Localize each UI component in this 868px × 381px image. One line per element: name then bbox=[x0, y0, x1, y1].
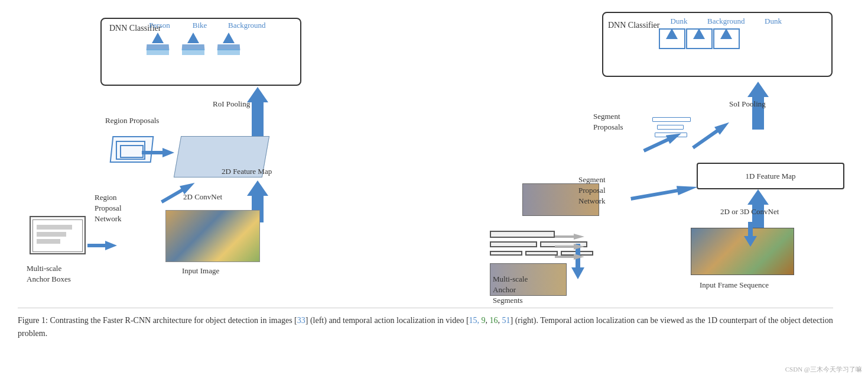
caption-ref4: 16 bbox=[490, 316, 498, 325]
spn-to-1dfm-arrow bbox=[630, 180, 700, 208]
main-container: DNN Classifier Person Bike Background bbox=[0, 0, 868, 381]
anchor-segs-label: Multi-scale Anchor Segments bbox=[493, 274, 528, 306]
rpn-label: Region Proposal Network bbox=[95, 192, 122, 225]
seg-bar-2 bbox=[657, 125, 684, 130]
arrow-block-r3 bbox=[720, 28, 732, 39]
up-arrow-2 bbox=[187, 33, 199, 43]
cat-background-r: Background bbox=[707, 17, 745, 26]
seg-proposals-label: Segment Proposals bbox=[593, 111, 623, 133]
feat-rect-3b bbox=[217, 49, 240, 55]
caption-ref2: 15, bbox=[469, 316, 480, 325]
region-proposals-label: Region Proposals bbox=[105, 115, 159, 126]
dnn-arrows-right bbox=[666, 28, 732, 39]
gray-arrow-3 bbox=[555, 253, 584, 263]
caption-comma2: , bbox=[498, 316, 502, 325]
caption-ref5: 51 bbox=[502, 316, 511, 325]
anchor-boxes-label: Multi-scale Anchor Boxes bbox=[27, 263, 71, 285]
svg-marker-0 bbox=[142, 148, 174, 157]
dnn-rect-r3 bbox=[713, 28, 740, 49]
right-diagram: DNN Classifier Dunk Background Dunk bbox=[407, 12, 850, 302]
cat-dunk1: Dunk bbox=[667, 17, 691, 26]
cat-labels-right: Dunk Background Dunk bbox=[667, 17, 785, 26]
feat-rect-1b bbox=[147, 49, 169, 55]
svg-marker-4 bbox=[690, 118, 732, 151]
arrow-block-r1 bbox=[666, 28, 678, 39]
soi-label: SoI Pooling bbox=[729, 99, 766, 109]
feat-rect-2b bbox=[182, 49, 204, 55]
svg-marker-5 bbox=[630, 182, 698, 204]
arrow-block-3 bbox=[217, 33, 240, 55]
left-diagram: DNN Classifier Person Bike Background bbox=[18, 12, 349, 302]
convnet-arrow-head bbox=[247, 180, 268, 196]
cat-bike: Bike bbox=[188, 21, 212, 30]
roi-arrow-head bbox=[247, 87, 268, 102]
caption-comma1: , bbox=[486, 316, 490, 325]
diagram-area: DNN Classifier Person Bike Background bbox=[18, 12, 850, 302]
arrow-block-1 bbox=[147, 33, 169, 55]
feature1d-label: 1D Feature Map bbox=[745, 172, 795, 181]
cat-person: Person bbox=[148, 21, 171, 30]
input-image-label: Input Image bbox=[182, 266, 219, 276]
dnn-label-right: DNN Classifier bbox=[608, 21, 660, 30]
csdn-watermark: CSDN @三木今天学习了嘛 bbox=[785, 365, 862, 374]
dnn-rect-r2 bbox=[686, 28, 713, 49]
svg-marker-9 bbox=[555, 244, 584, 250]
frame-seq-label: Input Frame Sequence bbox=[700, 280, 769, 290]
spn-label: Segment Proposal Network bbox=[578, 175, 606, 207]
svg-marker-8 bbox=[555, 234, 584, 240]
gray-arrow-1 bbox=[555, 233, 584, 243]
seg-to-soi-arrow bbox=[690, 118, 734, 155]
seg-bar-1 bbox=[652, 117, 691, 122]
feature-map-label: 2D Feature Map bbox=[222, 167, 272, 176]
caption-ref1[interactable]: 33 bbox=[297, 316, 305, 325]
svg-marker-2 bbox=[87, 241, 117, 250]
caption-area: Figure 1: Contrasting the Faster R-CNN a… bbox=[18, 308, 833, 341]
input-image-left bbox=[165, 210, 260, 262]
rpn-to-rp-arrow bbox=[142, 147, 171, 161]
svg-marker-1 bbox=[159, 179, 197, 206]
convnet3d-arrow-head bbox=[747, 189, 769, 205]
convnet3d-label: 2D or 3D ConvNet bbox=[720, 207, 779, 217]
caption-prefix: Figure 1: Contrasting the Faster R-CNN a… bbox=[18, 316, 297, 325]
anchor-to-rpn-arrow bbox=[87, 240, 117, 254]
feature1d-box: 1D Feature Map bbox=[697, 163, 844, 189]
roi-pooling-label: RoI Pooling bbox=[213, 99, 250, 109]
up-arrow-1 bbox=[152, 33, 164, 43]
soi-arrow-head bbox=[747, 82, 769, 97]
dnn-arrows-left bbox=[147, 33, 240, 55]
gray-arrow-2 bbox=[555, 243, 584, 253]
up-arrow-3 bbox=[223, 33, 235, 43]
caption-ref3: 9 bbox=[482, 316, 486, 325]
cat-dunk2: Dunk bbox=[762, 17, 785, 26]
svg-marker-10 bbox=[555, 254, 584, 260]
arrow-block-2 bbox=[182, 33, 204, 55]
roi-arrow bbox=[247, 87, 268, 138]
roi-arrow-body bbox=[252, 102, 264, 138]
dnn-rect-r1 bbox=[659, 28, 685, 49]
arrow-block-r2 bbox=[693, 28, 705, 39]
svg-marker-7 bbox=[744, 222, 757, 247]
frames-to-1dfm-arrow bbox=[744, 222, 757, 249]
caption-middle1: ] (left) and temporal action localizatio… bbox=[305, 316, 469, 325]
cat-background: Background bbox=[228, 21, 266, 30]
rpn-to-fmap-arrow bbox=[158, 177, 199, 209]
cat-labels-left: Person Bike Background bbox=[148, 21, 266, 30]
